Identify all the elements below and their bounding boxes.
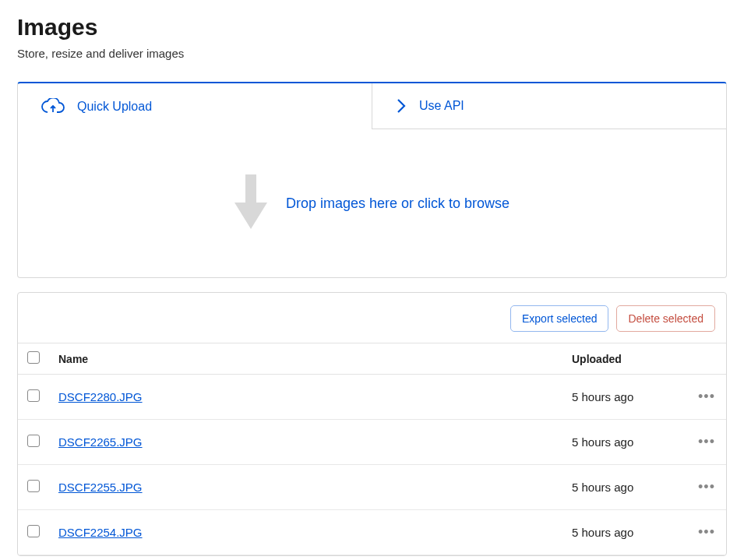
table-row: DSCF2255.JPG5 hours ago••• bbox=[18, 465, 726, 510]
row-checkbox[interactable] bbox=[27, 525, 40, 537]
table-row: DSCF2265.JPG5 hours ago••• bbox=[18, 420, 726, 465]
uploaded-time: 5 hours ago bbox=[572, 481, 633, 494]
file-link[interactable]: DSCF2265.JPG bbox=[58, 435, 143, 449]
more-actions-icon[interactable]: ••• bbox=[698, 479, 715, 495]
column-name: Name bbox=[49, 343, 562, 375]
uploaded-time: 5 hours ago bbox=[572, 526, 633, 539]
tab-quick-upload[interactable]: Quick Upload bbox=[18, 83, 372, 129]
tab-use-api[interactable]: Use API bbox=[372, 83, 726, 129]
file-link[interactable]: DSCF2280.JPG bbox=[58, 390, 143, 403]
column-actions bbox=[687, 343, 726, 375]
dropzone-text: Drop images here or click to browse bbox=[286, 195, 510, 212]
table-row: DSCF2254.JPG5 hours ago••• bbox=[18, 510, 726, 555]
uploaded-time: 5 hours ago bbox=[572, 390, 633, 403]
arrow-down-icon bbox=[234, 174, 267, 232]
cloud-upload-icon bbox=[41, 98, 65, 115]
select-all-checkbox[interactable] bbox=[27, 351, 40, 364]
tab-bar: Quick Upload Use API bbox=[18, 83, 726, 129]
export-selected-button[interactable]: Export selected bbox=[510, 305, 609, 332]
row-checkbox[interactable] bbox=[27, 435, 40, 447]
list-toolbar: Export selected Delete selected bbox=[18, 293, 726, 343]
row-checkbox[interactable] bbox=[27, 480, 40, 492]
uploaded-time: 5 hours ago bbox=[572, 435, 633, 449]
column-checkbox bbox=[18, 343, 49, 375]
chevron-right-icon bbox=[396, 97, 407, 114]
file-link[interactable]: DSCF2254.JPG bbox=[58, 526, 143, 539]
dropzone[interactable]: Drop images here or click to browse bbox=[18, 129, 726, 277]
more-actions-icon[interactable]: ••• bbox=[698, 524, 715, 540]
upload-panel: Quick Upload Use API Drop images here or… bbox=[17, 82, 727, 278]
more-actions-icon[interactable]: ••• bbox=[698, 389, 715, 404]
tab-label: Use API bbox=[419, 99, 464, 113]
column-uploaded: Uploaded bbox=[562, 343, 687, 375]
tab-label: Quick Upload bbox=[77, 100, 152, 114]
row-checkbox[interactable] bbox=[27, 389, 40, 402]
delete-selected-button[interactable]: Delete selected bbox=[616, 305, 715, 332]
images-list-panel: Export selected Delete selected Name Upl… bbox=[17, 292, 727, 556]
table-row: DSCF2280.JPG5 hours ago••• bbox=[18, 375, 726, 420]
more-actions-icon[interactable]: ••• bbox=[698, 434, 715, 449]
page-subtitle: Store, resize and deliver images bbox=[17, 47, 727, 60]
images-table: Name Uploaded DSCF2280.JPG5 hours ago•••… bbox=[18, 343, 726, 555]
page-title: Images bbox=[17, 14, 727, 41]
file-link[interactable]: DSCF2255.JPG bbox=[58, 481, 143, 494]
